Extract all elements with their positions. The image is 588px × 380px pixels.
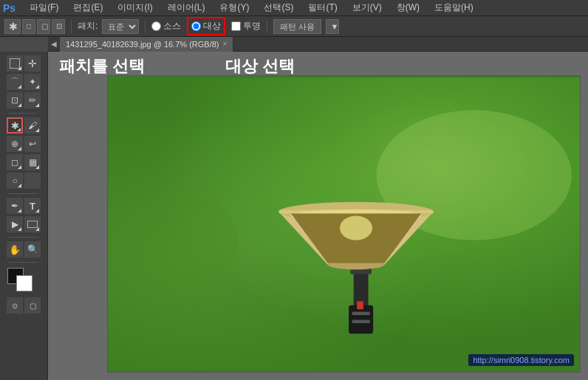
tool-group-healing: ✱ 🖌 [7,117,41,134]
tool-group-path-select: ▶ [7,216,41,232]
zoom-icon: 🔍 [27,244,38,255]
radio-source-label: 소스 [163,20,181,32]
svg-rect-17 [357,301,363,309]
tab-bar: ◀ 1431295_40182639.jpg @ 16.7% (RGB/8) × [48,37,588,52]
tool-corner-pen [18,209,21,213]
tool-text[interactable]: T [24,198,41,214]
ps-logo: Ps [3,2,16,14]
patch-label: 패치: [78,20,98,32]
tool-pen[interactable]: ✒ [7,198,23,214]
radio-target-input[interactable] [191,21,201,31]
menu-filter[interactable]: 필터(T) [304,0,341,15]
svg-rect-8 [352,320,370,323]
tool-corner-clone [18,147,21,151]
tool-lasso[interactable]: ⌒ [7,74,23,90]
image-svg [108,76,580,372]
tool-brush[interactable]: 🖌 [24,117,41,134]
tool-corner-shape [35,227,39,231]
tool-hand[interactable]: ✋ [7,241,23,258]
tool-crop[interactable]: ⊡ [7,92,23,108]
menu-bar: Ps 파일(F) 편집(E) 이미지(I) 레이어(L) 유형(Y) 선택(S)… [0,0,588,16]
brush-preset-btn[interactable]: ✱ [4,19,21,34]
svg-point-3 [108,191,238,289]
menu-file[interactable]: 파일(F) [26,0,62,15]
tool-corner-crop [18,103,21,107]
sidebar-divider-2 [9,193,38,194]
tool-icon-3[interactable]: ⊡ [52,19,65,34]
tool-dodge[interactable]: ○ [7,173,23,189]
svg-rect-6 [349,305,373,334]
menu-select[interactable]: 선택(S) [260,0,297,15]
menu-help[interactable]: 도움말(H) [431,0,477,15]
tool-eyedropper[interactable]: ✏ [24,92,41,108]
move-icon: ✛ [28,58,37,69]
tool-move[interactable]: ✛ [24,55,41,72]
radio-source[interactable]: 소스 [151,20,181,32]
radio-transparent[interactable]: 투명 [231,20,261,32]
history-brush-icon: ↩ [29,139,36,149]
dodge-icon: ○ [12,176,17,186]
tool-magic-wand[interactable]: ✦ [24,74,41,90]
menu-type[interactable]: 유형(Y) [216,0,253,15]
doc-tab-close[interactable]: × [222,40,227,48]
tool-healing-brush[interactable]: ✱ [7,117,23,134]
options-bar: ✱ □ ▢ ⊡ 패치: 표준 소스 대상 투명 패턴 사용 ▼ [0,16,588,37]
tool-group-pen: ✒ T [7,198,41,214]
menu-edit[interactable]: 편집(E) [69,0,106,15]
doc-tab[interactable]: 1431295_40182639.jpg @ 16.7% (RGB/8) × [60,37,233,52]
radio-target-label: 대상 [203,20,221,32]
tab-scroll-left[interactable]: ◀ [48,40,60,48]
radio-group: 소스 대상 투명 [151,17,261,35]
tool-corner-wand [35,85,39,89]
quick-mask-icon: ⊙ [12,302,18,310]
tool-path-select[interactable]: ▶ [7,216,23,232]
tool-history-brush[interactable]: ↩ [24,136,41,152]
transparent-label: 투명 [243,20,261,32]
tool-group-eraser: ◻ ▦ [7,154,41,170]
annotation-patch-text: 패치를 선택 [59,55,145,77]
pattern-use-btn[interactable]: 패턴 사용 [273,19,321,34]
separator-2 [145,20,146,33]
tool-group-lasso: ⌒ ✦ [7,74,41,90]
background-color[interactable] [16,275,33,291]
tool-corner-brush [35,128,39,132]
tool-corner-eyedropper [35,103,39,107]
radio-target[interactable]: 대상 [187,17,225,35]
image-canvas: http://simri0908.tistory.com [107,75,581,373]
hand-icon: ✋ [9,244,21,255]
svg-marker-16 [278,210,433,213]
tool-group-marquee: ✛ [7,55,41,72]
menu-window[interactable]: 창(W) [393,0,423,15]
tool-group-clone: ⊕ ↩ [7,136,41,152]
tool-group-hand: ✋ 🔍 [7,241,41,258]
sidebar: ✛ ⌒ ✦ ⊡ ✏ [0,52,48,380]
menu-layer[interactable]: 레이어(L) [164,0,209,15]
tool-clone[interactable]: ⊕ [7,136,23,152]
color-swatch-area [7,268,40,293]
tool-corner-gradient [35,165,39,169]
separator-1 [71,20,72,33]
menu-image[interactable]: 이미지(I) [114,0,156,15]
tool-eraser[interactable]: ◻ [7,154,23,170]
annotation-target-text: 대상 선택 [225,55,295,77]
tool-screen-mode[interactable]: ▢ [24,297,41,314]
tool-shape[interactable] [24,216,41,232]
tool-icon-2[interactable]: ▢ [37,19,50,34]
transparent-check[interactable] [231,21,241,31]
sidebar-divider-4 [9,262,38,263]
text-tool-icon: T [30,201,35,212]
tool-group-crop: ⊡ ✏ [7,92,41,108]
tool-icon-1[interactable]: □ [22,19,35,34]
patch-select[interactable]: 표준 [102,19,139,34]
tool-rectangular-marquee[interactable] [7,55,23,72]
watermark-url: http://simri0908.tistory.com [468,354,574,366]
pattern-picker[interactable]: ▼ [326,19,339,34]
radio-source-input[interactable] [151,21,161,31]
sidebar-divider-1 [9,113,38,114]
sidebar-divider-3 [9,237,38,238]
tool-gradient[interactable]: ▦ [24,154,41,170]
menu-view[interactable]: 보기(V) [349,0,386,15]
tool-zoom[interactable]: 🔍 [24,241,41,258]
tool-placeholder[interactable] [24,173,41,189]
tool-quick-mask[interactable]: ⊙ [7,297,23,314]
